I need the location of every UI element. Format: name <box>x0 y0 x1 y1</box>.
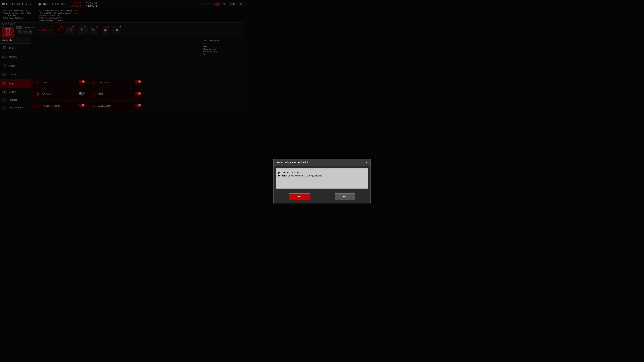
dialog-overlay: Save configuration and exit? ✕ [2023/01/… <box>0 0 244 137</box>
